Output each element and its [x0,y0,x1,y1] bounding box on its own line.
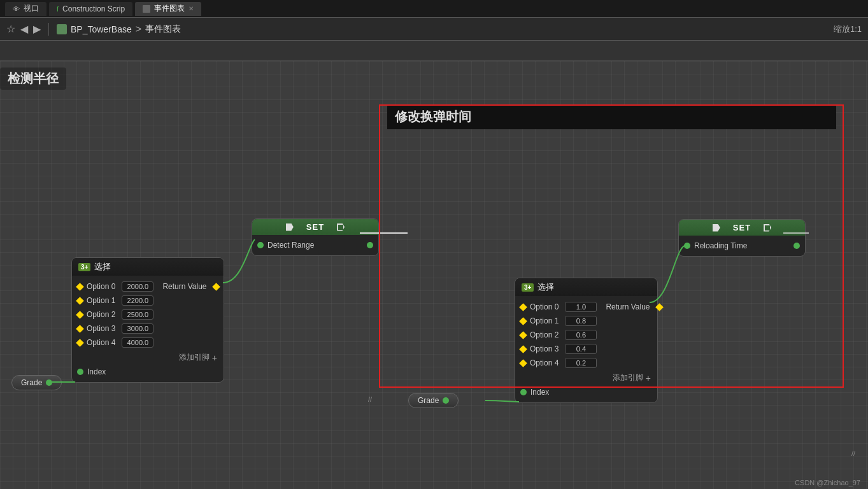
right-select-body: Option 0 1.0 Return Value Option 1 0.8 O… [515,296,657,402]
breadcrumb: BP_TowerBase > 事件图表 [57,24,181,35]
canvas-resize-handle: // [851,450,855,457]
right-set-exec-out [764,224,771,232]
canvas[interactable]: 检测半径 修改换弹时间 SET Detect Range 3+ 选择 [0,61,868,489]
right-set-reloading-out [793,243,800,249]
right-set-node[interactable]: SET Reloading Time [678,219,806,257]
left-set-node[interactable]: SET Detect Range [252,218,379,256]
right-option-4-row: Option 4 0.2 [515,356,657,370]
left-opt4-pin [76,339,84,347]
comment-left: 检测半径 [0,67,66,90]
left-add-pin-button[interactable]: + [212,353,217,363]
right-opt3-pin [519,345,527,353]
left-grade-out-pin [46,379,52,386]
right-opt1-pin [519,317,527,325]
right-set-reloading-row: Reloading Time [679,239,805,252]
left-add-pin-row: 添加引脚 + [72,350,224,365]
right-set-exec-in [713,224,720,232]
left-set-body: Detect Range [252,235,378,255]
left-option-4-row: Option 4 4000.0 [72,336,224,350]
left-option-1-row: Option 1 2200.0 [72,294,224,308]
right-opt4-pin [519,359,527,367]
canvas-scroll-indicator-left: // [368,395,372,403]
comment-right: 修改换弹时间 [387,104,836,129]
left-return-value-pin [212,283,220,291]
left-option-0-row: Option 0 2000.0 Return Value [72,280,224,294]
star-icon[interactable]: ☆ [6,23,15,35]
right-add-pin-row: 添加引脚 + [515,370,657,386]
left-opt1-pin [76,297,84,305]
left-opt0-pin [76,283,84,291]
left-select-body: Option 0 2000.0 Return Value Option 1 22… [72,276,224,382]
right-return-value-pin [655,303,664,311]
forward-icon[interactable]: ▶ [33,23,41,35]
back-icon[interactable]: ◀ [20,23,28,35]
tab-viewport[interactable]: 👁 视口 [5,2,46,16]
left-select-node[interactable]: 3+ 选择 Option 0 2000.0 Return Value Optio… [71,257,224,383]
zoom-label: 缩放1:1 [834,24,862,35]
left-select-header: 3+ 选择 [72,258,224,276]
right-grade-out-pin [443,397,449,404]
left-set-header: SET [252,219,378,235]
right-opt2-pin [519,331,527,339]
right-index-pin [520,389,527,395]
tab-event-graph[interactable]: 事件图表 ✕ [135,2,201,16]
left-index-row: Index [72,365,224,378]
left-opt3-pin [76,325,84,333]
left-set-exec-out [337,223,345,231]
left-option-2-row: Option 2 2500.0 [72,308,224,322]
right-add-pin-button[interactable]: + [646,373,651,383]
right-option-2-row: Option 2 0.6 [515,328,657,342]
right-select-node[interactable]: 3+ 选择 Option 0 1.0 Return Value Option 1… [515,278,658,403]
toolbar-strip [0,41,868,61]
right-option-0-row: Option 0 1.0 Return Value [515,300,657,314]
left-set-detect-range-out [367,242,373,248]
title-bar: 👁 视口 f Construction Scrip 事件图表 ✕ [0,0,868,18]
left-opt2-pin [76,311,84,319]
right-index-row: Index [515,386,657,399]
right-select-header: 3+ 选择 [515,278,657,296]
right-opt0-pin [519,303,527,311]
left-option-3-row: Option 3 3000.0 [72,322,224,336]
nav-bar: ☆ ◀ ▶ BP_TowerBase > 事件图表 缩放1:1 [0,18,868,41]
watermark: CSDN @Zhichao_97 [787,476,868,489]
right-set-reloading-pin [684,243,690,249]
right-set-header: SET [679,220,805,236]
tab-construction[interactable]: f Construction Scrip [49,2,132,16]
right-grade-pill[interactable]: Grade [408,393,459,408]
right-set-body: Reloading Time [679,236,805,256]
right-option-1-row: Option 1 0.8 [515,314,657,328]
right-option-3-row: Option 3 0.4 [515,342,657,356]
left-set-detect-range-row: Detect Range [252,239,378,252]
left-set-exec-in [286,223,294,231]
left-index-pin [77,369,83,375]
left-grade-pill[interactable]: Grade [11,375,62,390]
left-set-detect-range-pin [257,242,264,248]
